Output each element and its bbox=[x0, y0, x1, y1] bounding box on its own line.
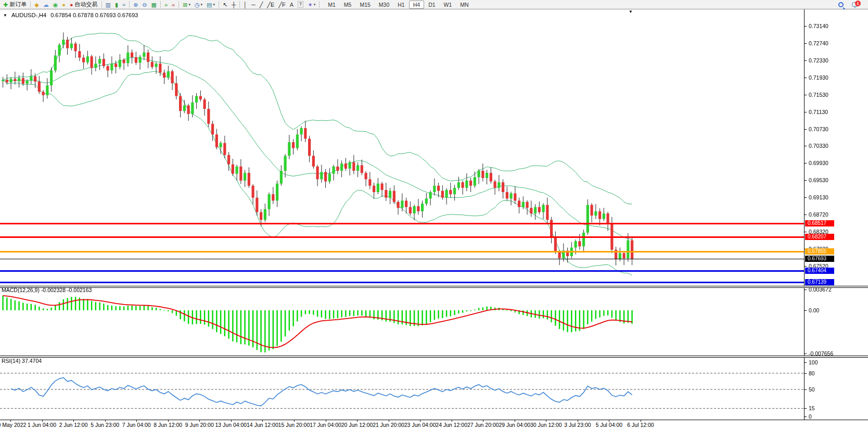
periods-icon-dropdown[interactable]: ▾ bbox=[201, 3, 203, 7]
auto-scroll-icon[interactable]: » bbox=[162, 1, 170, 9]
time-axis-tick bbox=[231, 420, 232, 422]
vertical-line-icon[interactable]: │ bbox=[241, 1, 249, 9]
level-price-tag[interactable]: 0.67693 bbox=[805, 256, 834, 262]
text-label-icon[interactable]: T bbox=[296, 1, 306, 9]
search-icon[interactable] bbox=[838, 2, 844, 7]
arrows-icon-dropdown[interactable]: ▾ bbox=[314, 3, 316, 7]
auto-scroll-icon-glyph: » bbox=[164, 1, 168, 9]
toolbar-items: ✚新订单◆☁◉●●自动交易▥▮≈⊕⊖▦»«⊞▾◷▾▤▾↖┼│─╱╱E╱FAT✶▾ bbox=[1, 1, 321, 9]
vertical-line-icon-glyph: │ bbox=[244, 1, 247, 9]
macd-name: MACD(12,26,9) bbox=[2, 287, 40, 293]
level-price-tag[interactable]: 0.68207 bbox=[805, 234, 834, 240]
notification-badge: 1 bbox=[855, 1, 861, 6]
equidistant-channel-icon[interactable]: ╱E bbox=[265, 1, 276, 9]
autotrading-button-glyph: ● bbox=[70, 1, 73, 9]
symbol-dropdown-icon[interactable]: ▼ bbox=[3, 13, 7, 18]
community-icon-glyph: ☁ bbox=[43, 1, 49, 9]
price-axis-tick bbox=[805, 266, 807, 267]
ohlc-values: 0.67854 0.67878 0.67693 0.67693 bbox=[50, 12, 138, 18]
macd-main-value: -0.002328 bbox=[41, 287, 66, 293]
autotrading-button[interactable]: ●自动交易 bbox=[68, 1, 100, 9]
indicators-icon-dropdown[interactable]: ▾ bbox=[188, 3, 190, 7]
price-axis-label: 0.72740 bbox=[809, 40, 828, 46]
signals-icon-glyph: ◉ bbox=[53, 1, 58, 9]
indicators-icon[interactable]: ⊞▾ bbox=[181, 1, 193, 9]
bar-chart-icon[interactable]: ▥ bbox=[104, 1, 113, 9]
rsi-indicator-label: RSI(14) 37.4704 bbox=[2, 358, 42, 364]
tile-windows-icon[interactable]: ▦ bbox=[149, 1, 159, 9]
text-icon[interactable]: A bbox=[288, 1, 296, 9]
candlestick-chart-icon[interactable]: ▮ bbox=[113, 1, 120, 9]
timeframe-m30[interactable]: M30 bbox=[375, 1, 393, 9]
signals-icon[interactable]: ◉ bbox=[51, 1, 60, 9]
text-icon-glyph: A bbox=[290, 1, 293, 9]
time-axis-label: 27 Jun 20:00 bbox=[467, 422, 499, 428]
price-axis-tick bbox=[805, 146, 807, 146]
price-axis-tick bbox=[805, 95, 807, 95]
timeframe-w1[interactable]: W1 bbox=[440, 1, 456, 9]
time-axis-label: 24 Jun 12:00 bbox=[436, 422, 467, 428]
chart-shift-icon[interactable]: « bbox=[170, 1, 177, 9]
toolbar-separator bbox=[160, 1, 161, 8]
new-order-button[interactable]: ✚新订单 bbox=[1, 1, 29, 9]
timeframe-group: M1M5M15M30H1H4D1W1MN bbox=[324, 1, 473, 9]
price-axis-label: 0.69130 bbox=[809, 194, 828, 200]
timeframe-m15[interactable]: M15 bbox=[355, 1, 374, 9]
zoom-out-icon-glyph: ⊖ bbox=[142, 1, 147, 9]
price-axis-label: 0.71530 bbox=[809, 92, 828, 98]
time-axis-label: 3 Jul 23:00 bbox=[564, 422, 591, 428]
timeframe-h4[interactable]: H4 bbox=[409, 1, 424, 9]
templates-icon[interactable]: ▤▾ bbox=[205, 1, 217, 9]
bar-chart-icon-glyph: ▥ bbox=[106, 1, 111, 9]
templates-icon-dropdown[interactable]: ▾ bbox=[213, 3, 215, 7]
horizontal-line-icon[interactable]: ─ bbox=[249, 1, 258, 9]
market-icon[interactable]: ● bbox=[60, 1, 68, 9]
line-chart-icon[interactable]: ≈ bbox=[120, 1, 127, 9]
timeframe-d1[interactable]: D1 bbox=[424, 1, 439, 9]
time-axis-tick bbox=[105, 420, 106, 422]
rsi-axis-tick bbox=[805, 417, 807, 417]
macd-signal-value: -0.002163 bbox=[67, 287, 92, 293]
timeframe-m1[interactable]: M1 bbox=[324, 1, 340, 9]
community-icon[interactable]: ☁ bbox=[41, 1, 51, 9]
timeframe-h1[interactable]: H1 bbox=[393, 1, 409, 9]
toolbar-separator bbox=[319, 1, 320, 8]
cursor-icon[interactable]: ↖ bbox=[221, 1, 229, 9]
level-price-tag[interactable]: 0.68517 bbox=[805, 220, 834, 226]
panel-splitter-rsi[interactable] bbox=[0, 356, 868, 358]
timeframe-mn[interactable]: MN bbox=[456, 1, 473, 9]
rsi-axis-label: 80 bbox=[809, 370, 815, 376]
time-axis-tick bbox=[294, 420, 295, 422]
time-axis-tick bbox=[641, 420, 641, 422]
rsi-axis-label: 100 bbox=[809, 359, 818, 365]
trendline-icon[interactable]: ╱ bbox=[258, 1, 265, 9]
templates-icon-glyph: ▤ bbox=[207, 1, 212, 9]
price-axis-label: 0.71930 bbox=[809, 74, 828, 81]
time-axis-label: 17 Jun 04:00 bbox=[310, 422, 341, 428]
periods-icon[interactable]: ◷▾ bbox=[193, 1, 205, 9]
chat-icon[interactable]: 1 bbox=[852, 2, 859, 7]
last-bar-marker: ▼ bbox=[629, 9, 633, 14]
chart-canvas[interactable] bbox=[0, 0, 868, 429]
zoom-out-icon[interactable]: ⊖ bbox=[140, 1, 149, 9]
price-axis-label: 0.69530 bbox=[809, 177, 828, 183]
level-price-tag[interactable]: 0.67855 bbox=[805, 248, 834, 255]
timeframe-m5[interactable]: M5 bbox=[340, 1, 356, 9]
ohlc-low: 0.67693 bbox=[95, 12, 116, 18]
new-order-button-label: 新订单 bbox=[9, 1, 27, 8]
time-axis-label: 15 Jun 20:00 bbox=[278, 422, 310, 428]
time-axis[interactable]: 30 May 20221 Jun 04:002 Jun 12:005 Jun 2… bbox=[0, 420, 868, 429]
level-price-tag[interactable]: 0.67139 bbox=[805, 279, 834, 285]
crosshair-icon[interactable]: ┼ bbox=[229, 1, 238, 9]
level-price-tag[interactable]: 0.67404 bbox=[805, 268, 834, 274]
price-axis-label: 0.70330 bbox=[809, 143, 828, 149]
arrows-icon[interactable]: ✶▾ bbox=[305, 1, 317, 9]
profile-icon[interactable]: ◆ bbox=[32, 1, 41, 9]
fibonacci-icon[interactable]: ╱F bbox=[276, 1, 287, 9]
price-axis-label: 0.71130 bbox=[809, 109, 828, 115]
time-axis-tick bbox=[168, 420, 169, 422]
panel-splitter-macd[interactable] bbox=[0, 286, 868, 288]
zoom-in-icon[interactable]: ⊕ bbox=[131, 1, 140, 9]
price-axis-tick bbox=[805, 163, 807, 163]
line-chart-icon-glyph: ≈ bbox=[122, 1, 125, 9]
